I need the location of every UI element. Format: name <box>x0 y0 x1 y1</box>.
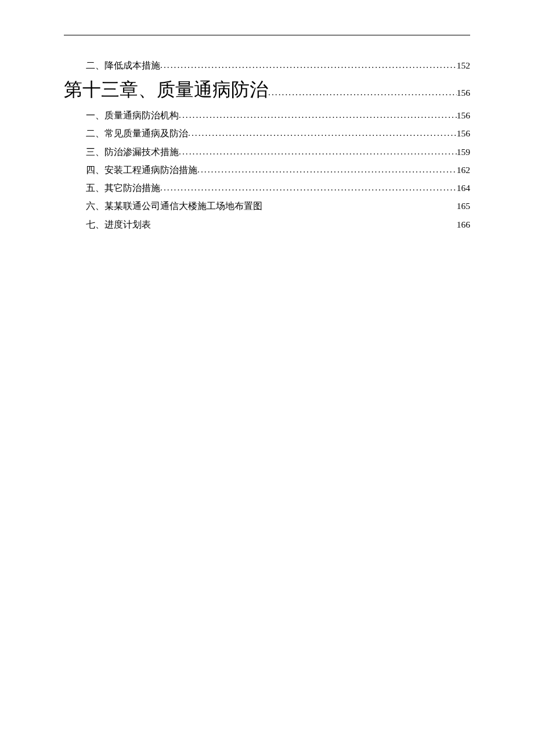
toc-title: 四、安装工程通病防治措施 <box>86 163 197 177</box>
toc-dots <box>188 127 457 139</box>
toc-title: 六、某某联通公司通信大楼施工场地布置图 <box>86 199 262 213</box>
toc-dots <box>179 145 457 158</box>
toc-entry: 一、质量通病防治机构 156 <box>64 109 470 122</box>
toc-dots <box>268 86 457 99</box>
toc-page: 162 <box>457 163 470 177</box>
toc-page: 165 <box>457 199 470 213</box>
toc-title: 七、进度计划表 <box>86 218 151 231</box>
page-container: 二、降低成本措施 152 第十三章、质量通病防治 156 一、质量通病防治机构 … <box>0 0 534 231</box>
toc-dots <box>197 163 457 176</box>
toc-entry: 五、其它防治措施 164 <box>64 181 470 195</box>
toc-dots <box>160 59 457 71</box>
toc-page: 164 <box>457 181 470 195</box>
toc-page: 166 <box>457 218 470 231</box>
toc-entry: 二、常见质量通病及防治 156 <box>64 127 470 140</box>
header-rule <box>64 35 470 35</box>
toc-title: 二、常见质量通病及防治 <box>86 127 188 140</box>
toc-title: 第十三章、质量通病防治 <box>64 77 268 103</box>
toc-title: 三、防治渗漏技术措施 <box>86 145 179 159</box>
toc-title: 五、其它防治措施 <box>86 181 160 195</box>
toc-entry: 四、安装工程通病防治措施 162 <box>64 163 470 177</box>
toc-entry: 七、进度计划表 166 <box>64 218 470 231</box>
toc-entry: 二、降低成本措施 152 <box>64 59 470 72</box>
toc-page: 159 <box>457 145 470 159</box>
toc-dots <box>179 109 457 121</box>
toc-page: 156 <box>457 127 470 140</box>
toc-page: 152 <box>457 59 470 72</box>
toc-title: 二、降低成本措施 <box>86 59 160 72</box>
toc-chapter-heading: 第十三章、质量通病防治 156 <box>64 77 470 103</box>
toc-page: 156 <box>457 109 470 122</box>
toc-entry: 三、防治渗漏技术措施 159 <box>64 145 470 159</box>
toc-dots <box>160 181 457 194</box>
toc-title: 一、质量通病防治机构 <box>86 109 179 122</box>
toc-entry: 六、某某联通公司通信大楼施工场地布置图 165 <box>64 199 470 213</box>
toc-page: 156 <box>457 87 470 99</box>
